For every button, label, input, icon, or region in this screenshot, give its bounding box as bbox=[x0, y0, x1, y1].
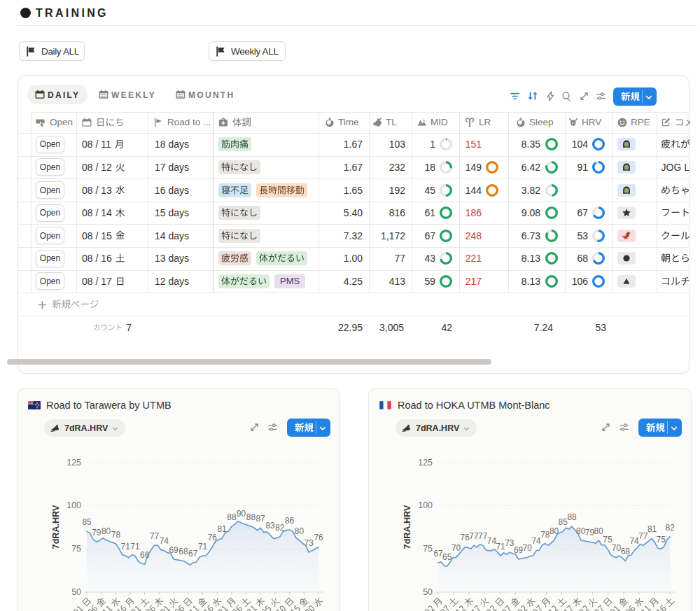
svg-text:90: 90 bbox=[237, 509, 246, 519]
svg-text:68: 68 bbox=[621, 547, 631, 556]
svg-text:80: 80 bbox=[102, 526, 111, 536]
svg-text:80: 80 bbox=[594, 526, 603, 536]
svg-text:66: 66 bbox=[140, 550, 150, 560]
svg-text:88: 88 bbox=[227, 512, 237, 522]
svg-text:77: 77 bbox=[150, 531, 160, 541]
svg-text:82: 82 bbox=[275, 523, 285, 533]
svg-text:50: 50 bbox=[423, 587, 433, 597]
svg-text:70: 70 bbox=[451, 543, 461, 553]
svg-text:88: 88 bbox=[246, 512, 256, 522]
svg-text:71: 71 bbox=[121, 542, 131, 552]
svg-text:77: 77 bbox=[478, 531, 488, 541]
svg-text:75: 75 bbox=[603, 535, 612, 545]
svg-text:69: 69 bbox=[514, 545, 524, 555]
svg-text:76: 76 bbox=[208, 533, 218, 542]
svg-text:67: 67 bbox=[433, 549, 443, 559]
svg-text:73: 73 bbox=[304, 538, 314, 548]
svg-text:100: 100 bbox=[66, 500, 81, 510]
svg-text:81: 81 bbox=[217, 524, 227, 534]
svg-text:76: 76 bbox=[461, 533, 470, 542]
svg-text:74: 74 bbox=[629, 536, 639, 546]
svg-text:125: 125 bbox=[418, 458, 433, 468]
svg-text:7dRA.HRV: 7dRA.HRV bbox=[402, 505, 412, 549]
svg-text:74: 74 bbox=[531, 536, 541, 546]
svg-text:71: 71 bbox=[130, 542, 140, 552]
svg-text:125: 125 bbox=[66, 458, 81, 468]
svg-text:80: 80 bbox=[550, 526, 559, 536]
svg-text:80: 80 bbox=[576, 526, 586, 536]
svg-text:74: 74 bbox=[160, 536, 169, 546]
svg-text:50: 50 bbox=[71, 587, 81, 597]
svg-text:68: 68 bbox=[178, 547, 188, 556]
svg-text:88: 88 bbox=[567, 512, 577, 522]
svg-text:83: 83 bbox=[265, 521, 275, 531]
svg-text:87: 87 bbox=[256, 514, 266, 524]
svg-text:76: 76 bbox=[314, 533, 323, 542]
svg-text:80: 80 bbox=[295, 526, 304, 536]
svg-text:79: 79 bbox=[92, 528, 102, 538]
svg-text:78: 78 bbox=[111, 530, 121, 540]
svg-text:7dRA.HRV: 7dRA.HRV bbox=[51, 505, 61, 549]
svg-text:81: 81 bbox=[648, 524, 657, 534]
svg-text:73: 73 bbox=[505, 538, 514, 548]
svg-text:75: 75 bbox=[423, 544, 433, 554]
svg-text:70: 70 bbox=[523, 543, 533, 553]
svg-text:69: 69 bbox=[169, 545, 178, 555]
svg-text:79: 79 bbox=[585, 528, 595, 538]
svg-text:71: 71 bbox=[496, 542, 505, 552]
svg-text:74: 74 bbox=[487, 536, 497, 546]
svg-text:67: 67 bbox=[188, 549, 198, 559]
svg-text:77: 77 bbox=[638, 531, 648, 541]
svg-text:86: 86 bbox=[285, 516, 295, 526]
svg-text:77: 77 bbox=[469, 531, 479, 541]
svg-text:71: 71 bbox=[198, 542, 208, 552]
svg-text:85: 85 bbox=[559, 517, 568, 527]
svg-text:82: 82 bbox=[665, 523, 675, 533]
svg-text:75: 75 bbox=[71, 544, 81, 554]
svg-text:100: 100 bbox=[418, 500, 433, 510]
svg-text:85: 85 bbox=[82, 517, 92, 527]
svg-text:75: 75 bbox=[657, 535, 666, 545]
svg-text:65: 65 bbox=[442, 552, 452, 562]
svg-text:70: 70 bbox=[612, 543, 622, 553]
svg-text:78: 78 bbox=[540, 530, 550, 540]
